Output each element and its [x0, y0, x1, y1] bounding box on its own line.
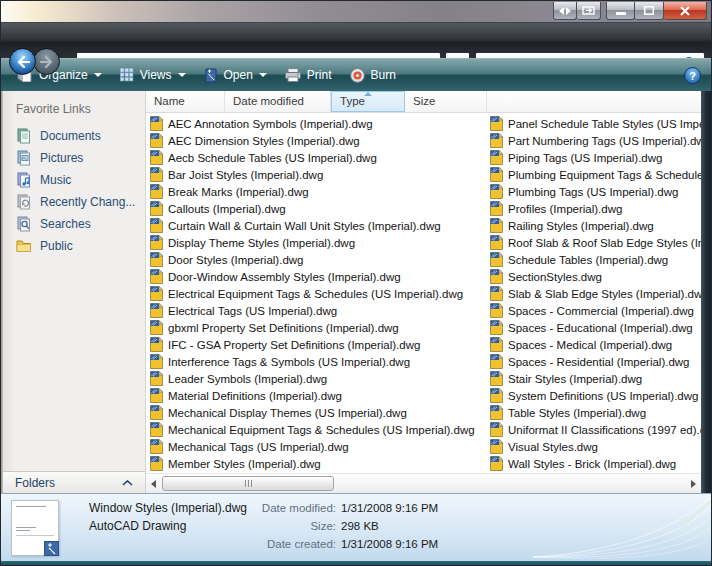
popout-button[interactable]	[577, 2, 601, 20]
dwg-file-icon	[150, 371, 163, 386]
file-row[interactable]: Aecb Schedule Tables (US Imperial).dwg	[150, 149, 486, 166]
file-name: AEC Dimension Styles (Imperial).dwg	[168, 135, 360, 147]
detail-value: 298 KB	[341, 520, 379, 532]
file-row[interactable]: Mechanical Display Themes (US Imperial).…	[150, 404, 486, 421]
scroll-left-icon[interactable]	[151, 480, 156, 488]
file-row[interactable]: gbxml Property Set Definitions (Imperial…	[150, 319, 486, 336]
file-row[interactable]: Wall Styles - Brick (Imperial).dwg	[490, 455, 701, 472]
dwg-file-icon	[490, 371, 503, 386]
file-name: gbxml Property Set Definitions (Imperial…	[168, 322, 399, 334]
file-row[interactable]: Slab & Slab Edge Styles (Imperial).dwg	[490, 285, 701, 302]
open-button[interactable]: Open	[196, 63, 275, 88]
file-row[interactable]: Mechanical Tags (US Imperial).dwg	[150, 438, 486, 455]
sidebar-item-pictures[interactable]: Pictures	[3, 147, 145, 169]
file-row[interactable]: Plumbing Equipment Tags & Schedules (US …	[490, 166, 701, 183]
sidebar-item-label: Recently Chang...	[40, 195, 135, 209]
file-row[interactable]: Interference Tags & Symbols (US Imperial…	[150, 353, 486, 370]
maximize-button[interactable]	[635, 2, 664, 20]
file-row[interactable]: Railing Styles (Imperial).dwg	[490, 217, 701, 234]
maximize-icon	[644, 6, 654, 15]
forward-button[interactable]	[33, 48, 60, 75]
address-row: « ACD-MEP 2009 ▶ enu ▶ Styles ▶ Imperial	[1, 23, 712, 58]
detail-label: Size:	[191, 520, 336, 532]
file-row[interactable]: AEC Annotation Symbols (Imperial).dwg	[150, 115, 486, 132]
sidebar-item-documents[interactable]: Documents	[3, 125, 145, 147]
chevron-down-icon	[178, 73, 186, 77]
help-button[interactable]: ?	[684, 67, 701, 84]
file-row[interactable]: Spaces - Residential (Imperial).dwg	[490, 353, 701, 370]
file-row[interactable]: Bar Joist Styles (Imperial).dwg	[150, 166, 486, 183]
sidebar-item-recently-changed[interactable]: Recently Chang...	[3, 191, 145, 213]
dwg-file-icon	[490, 320, 503, 335]
file-name: Plumbing Tags (US Imperial).dwg	[508, 186, 678, 198]
back-arrow-icon	[16, 56, 30, 68]
file-row[interactable]: Mechanical Equipment Tags & Schedules (U…	[150, 421, 486, 438]
print-button[interactable]: Print	[277, 63, 340, 87]
file-row[interactable]: Door Styles (Imperial).dwg	[150, 251, 486, 268]
file-row[interactable]: AEC Dimension Styles (Imperial).dwg	[150, 132, 486, 149]
minimize-button[interactable]	[606, 2, 635, 20]
folders-expander[interactable]: Folders	[3, 471, 146, 493]
file-row[interactable]: Uniformat II Classifications (1997 ed).d…	[490, 421, 701, 438]
file-row[interactable]: IFC - GSA Property Set Definitions (Impe…	[150, 336, 486, 353]
sidebar-item-searches[interactable]: Searches	[3, 213, 145, 235]
file-row[interactable]: Leader Symbols (Imperial).dwg	[150, 370, 486, 387]
file-row[interactable]: Schedule Tables (Imperial).dwg	[490, 251, 701, 268]
sidebar-item-label: Music	[40, 173, 71, 187]
file-row[interactable]: Callouts (Imperial).dwg	[150, 200, 486, 217]
file-row[interactable]: Member Styles (Imperial).dwg	[150, 455, 486, 472]
close-button[interactable]	[664, 2, 707, 20]
views-button[interactable]: Views	[112, 63, 194, 87]
file-list-left-column: AEC Annotation Symbols (Imperial).dwg AE…	[150, 115, 486, 472]
dwg-file-icon	[150, 167, 163, 182]
column-header-date-modified[interactable]: Date modified	[225, 91, 331, 112]
file-name: Callouts (Imperial).dwg	[168, 203, 286, 215]
title-bar[interactable]	[1, 1, 712, 23]
print-label: Print	[307, 68, 332, 82]
file-row[interactable]: Spaces - Educational (Imperial).dwg	[490, 319, 701, 336]
file-row[interactable]: Door-Window Assembly Styles (Imperial).d…	[150, 268, 486, 285]
file-row[interactable]: Spaces - Commercial (Imperial).dwg	[490, 302, 701, 319]
sidebar-item-music[interactable]: Music	[3, 169, 145, 191]
file-row[interactable]: Display Theme Styles (Imperial).dwg	[150, 234, 486, 251]
views-icon	[120, 68, 134, 82]
file-row[interactable]: Spaces - Medical (Imperial).dwg	[490, 336, 701, 353]
file-name: Curtain Wall & Curtain Wall Unit Styles …	[168, 220, 441, 232]
file-row[interactable]: Visual Styles.dwg	[490, 438, 701, 455]
compare-arrows-button[interactable]	[553, 2, 577, 20]
scroll-right-icon[interactable]	[691, 480, 696, 488]
file-row[interactable]: System Definitions (US Imperial).dwg	[490, 387, 701, 404]
file-row[interactable]: SectionStyles.dwg	[490, 268, 701, 285]
print-icon	[285, 68, 301, 82]
file-row[interactable]: Electrical Tags (US Imperial).dwg	[150, 302, 486, 319]
sidebar-item-label: Pictures	[40, 151, 83, 165]
file-row[interactable]: Break Marks (Imperial).dwg	[150, 183, 486, 200]
file-row[interactable]: Stair Styles (Imperial).dwg	[490, 370, 701, 387]
file-row[interactable]: Plumbing Tags (US Imperial).dwg	[490, 183, 701, 200]
file-row[interactable]: Profiles (Imperial).dwg	[490, 200, 701, 217]
scrollbar-thumb[interactable]	[162, 476, 334, 491]
file-row[interactable]: Roof Slab & Roof Slab Edge Styles (Imper…	[490, 234, 701, 251]
file-row[interactable]: Piping Tags (US Imperial).dwg	[490, 149, 701, 166]
file-row[interactable]: Material Definitions (Imperial).dwg	[150, 387, 486, 404]
file-name: Display Theme Styles (Imperial).dwg	[168, 237, 355, 249]
file-row[interactable]: Panel Schedule Table Styles (US Imperial…	[490, 115, 701, 132]
sidebar-item-public[interactable]: Public	[3, 235, 145, 257]
documents-icon	[16, 128, 32, 144]
detail-label: Date created:	[191, 538, 336, 550]
file-name: Profiles (Imperial).dwg	[508, 203, 622, 215]
horizontal-scrollbar[interactable]	[146, 473, 701, 493]
file-row[interactable]: Table Styles (Imperial).dwg	[490, 404, 701, 421]
back-button[interactable]	[9, 48, 36, 75]
column-header-name[interactable]: Name	[146, 91, 225, 112]
file-name: Plumbing Equipment Tags & Schedules (US …	[508, 169, 701, 181]
searches-icon	[16, 216, 32, 232]
column-header-type[interactable]: Type	[331, 91, 405, 112]
column-header-size[interactable]: Size	[405, 91, 487, 112]
file-row[interactable]: Electrical Equipment Tags & Schedules (U…	[150, 285, 486, 302]
file-row[interactable]: Part Numbering Tags (US Imperial).dwg	[490, 132, 701, 149]
burn-button[interactable]: Burn	[342, 63, 404, 88]
favorite-links-header: Favorite Links	[3, 91, 145, 125]
file-row[interactable]: Curtain Wall & Curtain Wall Unit Styles …	[150, 217, 486, 234]
dwg-file-icon	[490, 439, 503, 454]
